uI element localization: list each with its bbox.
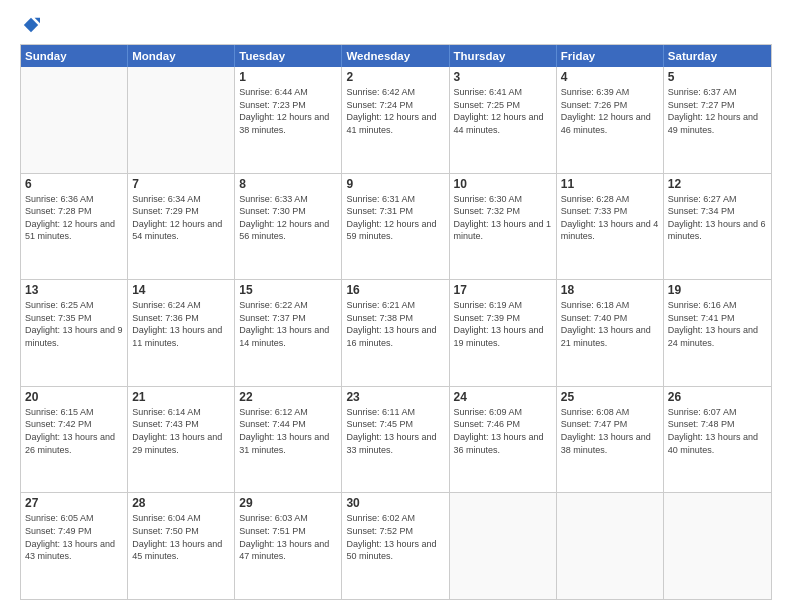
day-number: 10: [454, 177, 552, 191]
day-number: 17: [454, 283, 552, 297]
day-number: 23: [346, 390, 444, 404]
weekday-header-friday: Friday: [557, 45, 664, 67]
svg-marker-0: [24, 18, 38, 32]
day-info: Sunrise: 6:05 AM Sunset: 7:49 PM Dayligh…: [25, 512, 123, 562]
day-info: Sunrise: 6:11 AM Sunset: 7:45 PM Dayligh…: [346, 406, 444, 456]
logo: [20, 18, 40, 36]
calendar-cell: 5Sunrise: 6:37 AM Sunset: 7:27 PM Daylig…: [664, 67, 771, 173]
day-number: 26: [668, 390, 767, 404]
day-number: 27: [25, 496, 123, 510]
calendar-row-2: 6Sunrise: 6:36 AM Sunset: 7:28 PM Daylig…: [21, 173, 771, 280]
calendar-cell: 28Sunrise: 6:04 AM Sunset: 7:50 PM Dayli…: [128, 493, 235, 599]
day-number: 28: [132, 496, 230, 510]
calendar-cell: 14Sunrise: 6:24 AM Sunset: 7:36 PM Dayli…: [128, 280, 235, 386]
calendar-cell: 2Sunrise: 6:42 AM Sunset: 7:24 PM Daylig…: [342, 67, 449, 173]
day-number: 20: [25, 390, 123, 404]
calendar-cell: 21Sunrise: 6:14 AM Sunset: 7:43 PM Dayli…: [128, 387, 235, 493]
calendar-row-1: 1Sunrise: 6:44 AM Sunset: 7:23 PM Daylig…: [21, 67, 771, 173]
day-number: 2: [346, 70, 444, 84]
day-info: Sunrise: 6:31 AM Sunset: 7:31 PM Dayligh…: [346, 193, 444, 243]
calendar-cell: 15Sunrise: 6:22 AM Sunset: 7:37 PM Dayli…: [235, 280, 342, 386]
calendar-cell: 3Sunrise: 6:41 AM Sunset: 7:25 PM Daylig…: [450, 67, 557, 173]
day-number: 4: [561, 70, 659, 84]
calendar-cell: [450, 493, 557, 599]
weekday-header-monday: Monday: [128, 45, 235, 67]
day-info: Sunrise: 6:41 AM Sunset: 7:25 PM Dayligh…: [454, 86, 552, 136]
page: SundayMondayTuesdayWednesdayThursdayFrid…: [0, 0, 792, 612]
day-number: 24: [454, 390, 552, 404]
calendar-cell: [664, 493, 771, 599]
day-info: Sunrise: 6:22 AM Sunset: 7:37 PM Dayligh…: [239, 299, 337, 349]
day-number: 9: [346, 177, 444, 191]
weekday-header-saturday: Saturday: [664, 45, 771, 67]
calendar-cell: [557, 493, 664, 599]
calendar: SundayMondayTuesdayWednesdayThursdayFrid…: [20, 44, 772, 600]
day-number: 29: [239, 496, 337, 510]
day-info: Sunrise: 6:16 AM Sunset: 7:41 PM Dayligh…: [668, 299, 767, 349]
day-number: 8: [239, 177, 337, 191]
calendar-cell: 1Sunrise: 6:44 AM Sunset: 7:23 PM Daylig…: [235, 67, 342, 173]
day-info: Sunrise: 6:09 AM Sunset: 7:46 PM Dayligh…: [454, 406, 552, 456]
calendar-cell: 18Sunrise: 6:18 AM Sunset: 7:40 PM Dayli…: [557, 280, 664, 386]
weekday-header-thursday: Thursday: [450, 45, 557, 67]
day-number: 5: [668, 70, 767, 84]
calendar-cell: [128, 67, 235, 173]
day-number: 11: [561, 177, 659, 191]
day-number: 25: [561, 390, 659, 404]
weekday-header-wednesday: Wednesday: [342, 45, 449, 67]
day-info: Sunrise: 6:02 AM Sunset: 7:52 PM Dayligh…: [346, 512, 444, 562]
day-number: 16: [346, 283, 444, 297]
calendar-cell: 27Sunrise: 6:05 AM Sunset: 7:49 PM Dayli…: [21, 493, 128, 599]
day-number: 15: [239, 283, 337, 297]
calendar-row-3: 13Sunrise: 6:25 AM Sunset: 7:35 PM Dayli…: [21, 279, 771, 386]
day-number: 7: [132, 177, 230, 191]
calendar-cell: 30Sunrise: 6:02 AM Sunset: 7:52 PM Dayli…: [342, 493, 449, 599]
day-number: 19: [668, 283, 767, 297]
calendar-header: SundayMondayTuesdayWednesdayThursdayFrid…: [21, 45, 771, 67]
day-info: Sunrise: 6:33 AM Sunset: 7:30 PM Dayligh…: [239, 193, 337, 243]
day-info: Sunrise: 6:15 AM Sunset: 7:42 PM Dayligh…: [25, 406, 123, 456]
calendar-cell: 20Sunrise: 6:15 AM Sunset: 7:42 PM Dayli…: [21, 387, 128, 493]
day-info: Sunrise: 6:07 AM Sunset: 7:48 PM Dayligh…: [668, 406, 767, 456]
day-info: Sunrise: 6:21 AM Sunset: 7:38 PM Dayligh…: [346, 299, 444, 349]
day-info: Sunrise: 6:37 AM Sunset: 7:27 PM Dayligh…: [668, 86, 767, 136]
day-info: Sunrise: 6:12 AM Sunset: 7:44 PM Dayligh…: [239, 406, 337, 456]
day-info: Sunrise: 6:25 AM Sunset: 7:35 PM Dayligh…: [25, 299, 123, 349]
day-number: 18: [561, 283, 659, 297]
calendar-cell: 23Sunrise: 6:11 AM Sunset: 7:45 PM Dayli…: [342, 387, 449, 493]
day-number: 22: [239, 390, 337, 404]
calendar-row-4: 20Sunrise: 6:15 AM Sunset: 7:42 PM Dayli…: [21, 386, 771, 493]
calendar-cell: 4Sunrise: 6:39 AM Sunset: 7:26 PM Daylig…: [557, 67, 664, 173]
calendar-cell: 24Sunrise: 6:09 AM Sunset: 7:46 PM Dayli…: [450, 387, 557, 493]
calendar-cell: 6Sunrise: 6:36 AM Sunset: 7:28 PM Daylig…: [21, 174, 128, 280]
calendar-cell: 29Sunrise: 6:03 AM Sunset: 7:51 PM Dayli…: [235, 493, 342, 599]
day-info: Sunrise: 6:36 AM Sunset: 7:28 PM Dayligh…: [25, 193, 123, 243]
day-number: 3: [454, 70, 552, 84]
calendar-cell: 17Sunrise: 6:19 AM Sunset: 7:39 PM Dayli…: [450, 280, 557, 386]
day-number: 14: [132, 283, 230, 297]
calendar-body: 1Sunrise: 6:44 AM Sunset: 7:23 PM Daylig…: [21, 67, 771, 599]
calendar-cell: [21, 67, 128, 173]
day-info: Sunrise: 6:08 AM Sunset: 7:47 PM Dayligh…: [561, 406, 659, 456]
weekday-header-tuesday: Tuesday: [235, 45, 342, 67]
day-info: Sunrise: 6:28 AM Sunset: 7:33 PM Dayligh…: [561, 193, 659, 243]
calendar-row-5: 27Sunrise: 6:05 AM Sunset: 7:49 PM Dayli…: [21, 492, 771, 599]
day-number: 21: [132, 390, 230, 404]
logo-icon: [22, 16, 40, 34]
day-info: Sunrise: 6:42 AM Sunset: 7:24 PM Dayligh…: [346, 86, 444, 136]
day-info: Sunrise: 6:19 AM Sunset: 7:39 PM Dayligh…: [454, 299, 552, 349]
day-number: 13: [25, 283, 123, 297]
day-info: Sunrise: 6:03 AM Sunset: 7:51 PM Dayligh…: [239, 512, 337, 562]
day-info: Sunrise: 6:39 AM Sunset: 7:26 PM Dayligh…: [561, 86, 659, 136]
calendar-cell: 13Sunrise: 6:25 AM Sunset: 7:35 PM Dayli…: [21, 280, 128, 386]
day-number: 12: [668, 177, 767, 191]
calendar-cell: 12Sunrise: 6:27 AM Sunset: 7:34 PM Dayli…: [664, 174, 771, 280]
day-info: Sunrise: 6:27 AM Sunset: 7:34 PM Dayligh…: [668, 193, 767, 243]
day-info: Sunrise: 6:04 AM Sunset: 7:50 PM Dayligh…: [132, 512, 230, 562]
day-info: Sunrise: 6:24 AM Sunset: 7:36 PM Dayligh…: [132, 299, 230, 349]
calendar-cell: 26Sunrise: 6:07 AM Sunset: 7:48 PM Dayli…: [664, 387, 771, 493]
calendar-cell: 22Sunrise: 6:12 AM Sunset: 7:44 PM Dayli…: [235, 387, 342, 493]
calendar-cell: 8Sunrise: 6:33 AM Sunset: 7:30 PM Daylig…: [235, 174, 342, 280]
calendar-cell: 11Sunrise: 6:28 AM Sunset: 7:33 PM Dayli…: [557, 174, 664, 280]
calendar-cell: 9Sunrise: 6:31 AM Sunset: 7:31 PM Daylig…: [342, 174, 449, 280]
